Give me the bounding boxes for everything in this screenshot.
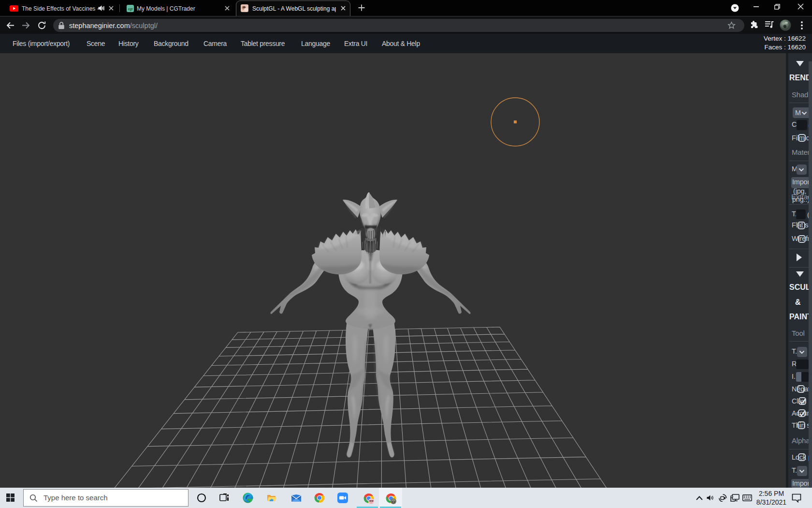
svg-text:cgt: cgt — [128, 7, 133, 11]
